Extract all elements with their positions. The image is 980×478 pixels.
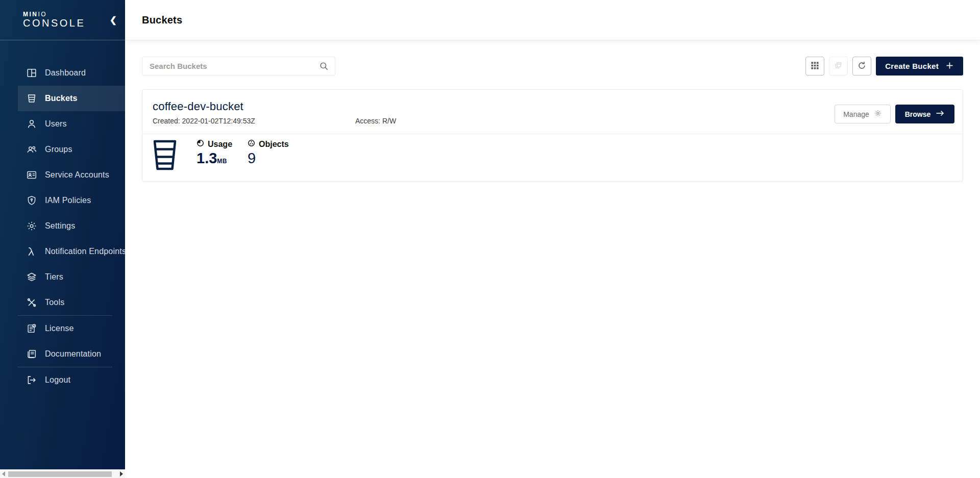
- sidebar-item-label: Logout: [45, 375, 70, 385]
- objects-label: Objects: [259, 140, 289, 149]
- list-view-button: [829, 57, 848, 76]
- lambda-icon: [26, 246, 37, 257]
- sidebar-item-label: Groups: [45, 145, 72, 154]
- browse-button[interactable]: Browse: [895, 105, 954, 123]
- content-area: Create Bucket coffee-dev-bucket Created:…: [125, 40, 980, 478]
- search-wrap: [142, 57, 335, 76]
- toolbar-actions: Create Bucket: [805, 57, 963, 76]
- app-window: MINIO CONSOLE ❮ DashboardBucketsUsersGro…: [0, 0, 980, 478]
- service-accounts-icon: [26, 169, 37, 181]
- bucket-icon: [153, 139, 177, 171]
- sidebar-item-label: License: [45, 324, 74, 333]
- sidebar-item-dashboard[interactable]: Dashboard: [18, 60, 125, 86]
- grid-view-icon: [810, 61, 820, 72]
- sidebar-collapse-button[interactable]: ❮: [110, 16, 117, 24]
- iam-policies-icon: [26, 195, 37, 206]
- scrollbar-right-arrow-icon[interactable]: [118, 471, 125, 476]
- sidebar-item-tiers[interactable]: Tiers: [18, 264, 125, 290]
- bucket-card-header: coffee-dev-bucket Created: 2022-01-02T12…: [142, 90, 963, 134]
- main-area: Buckets: [125, 0, 980, 478]
- sidebar-item-label: IAM Policies: [45, 196, 91, 205]
- grid-view-button[interactable]: [805, 57, 824, 76]
- bucket-metrics: Usage 1.3MB Objects 9: [142, 134, 963, 181]
- logo-minio-wordmark: MINIO: [23, 11, 85, 17]
- sidebar-item-logout[interactable]: Logout: [18, 367, 125, 393]
- refresh-icon: [857, 61, 867, 72]
- sidebar-item-service-accounts[interactable]: Service Accounts: [18, 162, 125, 188]
- objects-metric: Objects 9: [248, 139, 289, 166]
- tiers-icon: [26, 271, 37, 283]
- manage-button[interactable]: Manage: [835, 105, 891, 123]
- usage-metric: Usage 1.3MB: [197, 139, 232, 169]
- sidebar-item-tools[interactable]: Tools: [18, 290, 125, 315]
- bucket-access-label: Access: R/W: [355, 117, 396, 125]
- sidebar-item-documentation[interactable]: Documentation: [18, 341, 125, 367]
- manage-button-label: Manage: [843, 110, 869, 118]
- sidebar-item-label: Buckets: [45, 94, 78, 103]
- bucket-name-link[interactable]: coffee-dev-bucket: [153, 100, 835, 113]
- usage-value: 1.3MB: [197, 150, 232, 169]
- page-header: Buckets: [125, 0, 980, 40]
- sidebar-item-label: Tools: [45, 298, 64, 307]
- plus-icon: [945, 61, 954, 71]
- buckets-icon: [26, 93, 37, 104]
- sidebar-item-groups[interactable]: Groups: [18, 137, 125, 162]
- settings-icon: [26, 220, 37, 232]
- scrollbar-left-arrow-icon[interactable]: [0, 471, 7, 476]
- create-bucket-label: Create Bucket: [885, 62, 939, 70]
- sidebar-item-notification-endpoints[interactable]: Notification Endpoints: [18, 239, 125, 264]
- search-icon: [319, 61, 329, 71]
- stacked-buckets-icon: [834, 61, 843, 72]
- bucket-info: coffee-dev-bucket Created: 2022-01-02T12…: [153, 100, 835, 126]
- usage-label: Usage: [208, 140, 232, 149]
- chevron-left-icon: ❮: [110, 15, 117, 25]
- sidebar-item-buckets[interactable]: Buckets: [18, 86, 125, 111]
- tools-icon: [26, 297, 37, 308]
- gear-icon: [874, 109, 882, 119]
- license-icon: [26, 323, 37, 334]
- sidebar-item-label: Service Accounts: [45, 170, 109, 180]
- sidebar-item-label: Settings: [45, 221, 75, 231]
- scrollbar-thumb[interactable]: [8, 471, 112, 477]
- search-buckets-input[interactable]: [142, 57, 335, 76]
- documentation-icon: [26, 348, 37, 360]
- pie-chart-icon: [197, 139, 204, 149]
- sidebar-item-iam-policies[interactable]: IAM Policies: [18, 188, 125, 213]
- minio-console-logo: MINIO CONSOLE: [23, 11, 85, 29]
- dashboard-icon: [26, 67, 37, 79]
- bucket-meta: Created: 2022-01-02T12:49:53Z Access: R/…: [153, 117, 835, 126]
- page-title: Buckets: [142, 14, 182, 26]
- sidebar-item-label: Documentation: [45, 349, 101, 359]
- logo-area: MINIO CONSOLE ❮: [0, 0, 125, 40]
- groups-icon: [26, 144, 37, 155]
- users-icon: [26, 118, 37, 130]
- sidebar: MINIO CONSOLE ❮ DashboardBucketsUsersGro…: [0, 0, 125, 478]
- refresh-button[interactable]: [852, 57, 871, 76]
- sidebar-item-label: Notification Endpoints: [45, 247, 125, 256]
- logout-icon: [26, 374, 37, 386]
- usage-metric-label-row: Usage: [197, 139, 232, 149]
- sidebar-item-license[interactable]: License: [18, 316, 125, 341]
- sidebar-item-label: Users: [45, 119, 67, 129]
- objects-value: 9: [248, 150, 289, 166]
- objects-icon: [248, 139, 255, 149]
- sidebar-item-users[interactable]: Users: [18, 111, 125, 137]
- create-bucket-button[interactable]: Create Bucket: [876, 57, 963, 76]
- logo-console-wordmark: CONSOLE: [23, 17, 85, 29]
- sidebar-menu: DashboardBucketsUsersGroupsService Accou…: [0, 40, 125, 393]
- sidebar-item-settings[interactable]: Settings: [18, 213, 125, 239]
- sidebar-item-label: Dashboard: [45, 68, 86, 78]
- sidebar-horizontal-scrollbar[interactable]: [0, 469, 125, 478]
- bucket-card-actions: Manage Browse: [835, 105, 954, 123]
- buckets-toolbar: Create Bucket: [142, 57, 963, 76]
- bucket-created-label: Created: 2022-01-02T12:49:53Z: [153, 117, 255, 125]
- objects-metric-label-row: Objects: [248, 139, 289, 149]
- arrow-right-icon: [936, 110, 945, 118]
- browse-button-label: Browse: [905, 110, 931, 118]
- bucket-card: coffee-dev-bucket Created: 2022-01-02T12…: [142, 89, 963, 182]
- sidebar-item-label: Tiers: [45, 272, 63, 282]
